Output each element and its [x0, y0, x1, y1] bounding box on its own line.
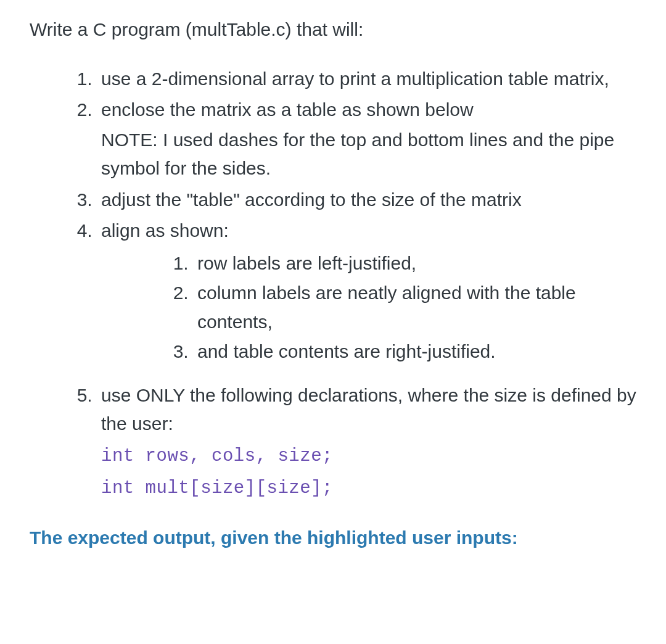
list-item-1: use a 2-dimensional array to print a mul…	[97, 65, 636, 94]
list-item-4-text: align as shown:	[101, 220, 229, 241]
code-line-2: int mult[size][size];	[101, 474, 636, 503]
expected-output-heading: The expected output, given the highlight…	[30, 527, 636, 548]
document-page: Write a C program (multTable.c) that wil…	[0, 0, 666, 561]
sublist-item-2-text: column labels are neatly aligned with th…	[197, 283, 576, 332]
alignment-sublist: row labels are left-justified, column la…	[101, 249, 636, 366]
sublist-item-3: and table contents are right-justified.	[194, 337, 636, 366]
list-item-5-text: use ONLY the following declarations, whe…	[101, 385, 636, 434]
list-item-2: enclose the matrix as a table as shown b…	[97, 96, 636, 183]
list-item-1-text: use a 2-dimensional array to print a mul…	[101, 68, 609, 89]
list-spacer	[97, 370, 636, 381]
list-item-2-note: NOTE: I used dashes for the top and bott…	[101, 126, 636, 183]
requirement-list: use a 2-dimensional array to print a mul…	[30, 65, 636, 503]
list-item-2-text: enclose the matrix as a table as shown b…	[101, 99, 474, 120]
list-item-5: use ONLY the following declarations, whe…	[97, 381, 636, 503]
sublist-item-1-text: row labels are left-justified,	[197, 253, 416, 273]
code-line-1: int rows, cols, size;	[101, 442, 636, 471]
intro-paragraph: Write a C program (multTable.c) that wil…	[30, 17, 636, 43]
sublist-item-1: row labels are left-justified,	[194, 249, 636, 278]
sublist-item-2: column labels are neatly aligned with th…	[194, 279, 636, 336]
list-item-4: align as shown: row labels are left-just…	[97, 217, 636, 366]
list-item-3-text: adjust the "table" according to the size…	[101, 189, 522, 210]
sublist-item-3-text: and table contents are right-justified.	[197, 341, 496, 361]
list-item-3: adjust the "table" according to the size…	[97, 186, 636, 215]
